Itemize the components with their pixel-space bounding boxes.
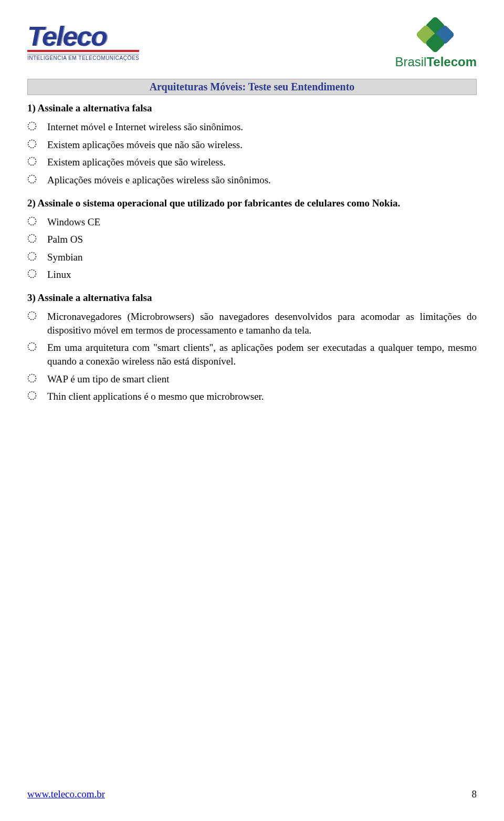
brasiltelecom-wordmark: BrasilTelecom [395,55,477,69]
radio-icon [27,373,37,383]
question-1-option-4[interactable]: Aplicações móveis e aplicações wireless … [27,173,477,187]
option-label: WAP é um tipo de smart client [47,372,477,386]
svg-point-2 [28,158,36,165]
option-label: Existem aplicações móveis que são wirele… [47,155,477,169]
radio-icon [27,121,37,131]
question-3-option-1[interactable]: Micronavegadores (Microbrowsers) são nav… [27,310,477,337]
radio-icon [27,139,37,149]
question-2-option-3[interactable]: Symbian [27,251,477,264]
svg-point-5 [28,235,36,243]
page-number: 8 [472,788,477,800]
radio-icon [27,174,37,184]
question-3: 3) Assinale a alternativa falsa Micronav… [27,292,477,403]
radio-icon [27,216,37,226]
question-2-prompt: 2) Assinale o sistema operacional que ut… [27,198,477,209]
question-1-option-1[interactable]: Internet móvel e Internet wireless são s… [27,120,477,134]
option-label: Linux [47,268,477,282]
question-3-prompt: 3) Assinale a alternativa falsa [27,292,477,304]
page-footer: www.teleco.com.br 8 [27,788,477,800]
footer-link[interactable]: www.teleco.com.br [27,788,105,800]
option-label: Windows CE [47,215,477,229]
svg-point-6 [28,252,36,260]
option-label: Micronavegadores (Microbrowsers) são nav… [47,310,477,337]
option-label: Palm OS [47,233,477,246]
svg-point-4 [28,217,36,225]
svg-point-9 [28,343,36,351]
brasiltelecom-logo: BrasilTelecom [395,16,477,69]
question-2-option-2[interactable]: Palm OS [27,233,477,246]
teleco-logo: Teleco INTELIGÊNCIA EM TELECOMUNICAÇÕES [27,24,139,61]
radio-icon [27,234,37,243]
section-title: Arquiteturas Móveis: Teste seu Entendime… [27,79,477,95]
brasiltelecom-mark-icon [412,16,459,53]
option-label: Internet móvel e Internet wireless são s… [47,120,477,134]
radio-icon [27,157,37,166]
svg-point-8 [28,312,36,320]
page-header: Teleco INTELIGÊNCIA EM TELECOMUNICAÇÕES … [27,16,477,69]
question-2: 2) Assinale o sistema operacional que ut… [27,198,477,282]
svg-point-3 [28,175,36,183]
question-1-option-2[interactable]: Existem aplicações móveis que não são wi… [27,138,477,152]
option-label: Em uma arquitetura com "smart clients", … [47,341,477,368]
svg-point-10 [28,374,36,382]
option-label: Existem aplicações móveis que não são wi… [47,138,477,152]
radio-icon [27,391,37,400]
question-1: 1) Assinale a alternativa falsa Internet… [27,102,477,187]
question-3-option-4[interactable]: Thin client applications é o mesmo que m… [27,390,477,403]
option-label: Symbian [47,251,477,264]
svg-point-7 [28,270,36,278]
radio-icon [27,252,37,261]
svg-point-1 [28,140,36,148]
question-2-option-1[interactable]: Windows CE [27,215,477,229]
radio-icon [27,311,37,320]
question-2-option-4[interactable]: Linux [27,268,477,282]
svg-point-11 [28,392,36,400]
question-3-option-2[interactable]: Em uma arquitetura com "smart clients", … [27,341,477,368]
question-1-option-3[interactable]: Existem aplicações móveis que são wirele… [27,155,477,169]
svg-point-0 [28,122,36,130]
option-label: Aplicações móveis e aplicações wireless … [47,173,477,187]
question-1-prompt: 1) Assinale a alternativa falsa [27,102,477,114]
teleco-logo-sub: INTELIGÊNCIA EM TELECOMUNICAÇÕES [27,55,139,61]
teleco-logo-text: Teleco [27,24,139,52]
option-label: Thin client applications é o mesmo que m… [47,390,477,403]
radio-icon [27,342,37,351]
question-3-option-3[interactable]: WAP é um tipo de smart client [27,372,477,386]
radio-icon [27,269,37,278]
